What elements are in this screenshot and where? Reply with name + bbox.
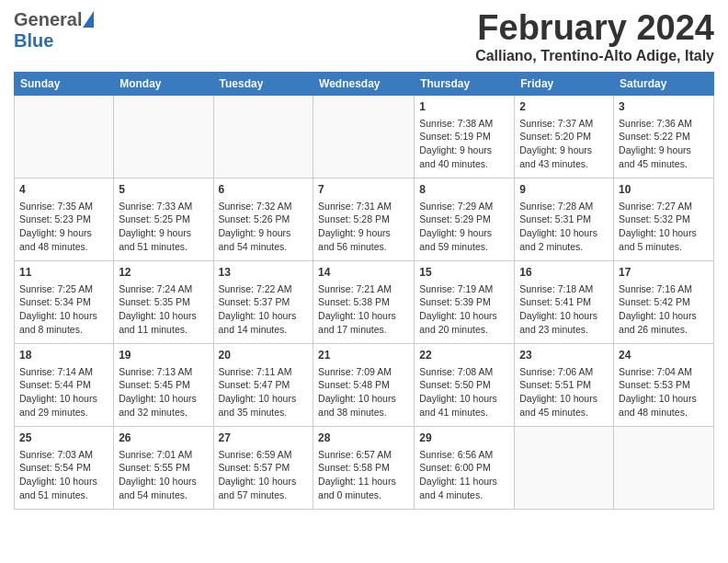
day-number: 17 [619,265,709,281]
day-content: Sunrise: 7:14 AM Sunset: 5:44 PM Dayligh… [19,365,108,419]
title-area: February 2024 Calliano, Trentino-Alto Ad… [475,9,714,64]
calendar-cell: 24Sunrise: 7:04 AM Sunset: 5:53 PM Dayli… [614,343,714,426]
day-number: 18 [19,348,108,363]
calendar-cell: 6Sunrise: 7:32 AM Sunset: 5:26 PM Daylig… [213,178,313,260]
day-content: Sunrise: 6:59 AM Sunset: 5:57 PM Dayligh… [219,448,309,502]
page-header: General Blue February 2024 Calliano, Tre… [14,9,714,64]
calendar-cell: 12Sunrise: 7:24 AM Sunset: 5:35 PM Dayli… [114,260,213,343]
day-content: Sunrise: 7:24 AM Sunset: 5:35 PM Dayligh… [119,282,208,337]
day-number: 22 [419,348,509,363]
day-number: 6 [219,182,309,198]
weekday-header-monday: Monday [114,72,213,95]
calendar-cell [515,426,614,509]
calendar-cell [213,95,313,178]
day-content: Sunrise: 7:04 AM Sunset: 5:53 PM Dayligh… [619,365,709,419]
day-number: 5 [119,182,208,198]
calendar-cell: 9Sunrise: 7:28 AM Sunset: 5:31 PM Daylig… [515,178,614,260]
calendar-cell: 25Sunrise: 7:03 AM Sunset: 5:54 PM Dayli… [15,426,114,509]
day-content: Sunrise: 7:09 AM Sunset: 5:48 PM Dayligh… [318,365,409,419]
calendar-cell [313,95,415,178]
calendar-week-5: 25Sunrise: 7:03 AM Sunset: 5:54 PM Dayli… [15,426,714,509]
calendar-cell: 26Sunrise: 7:01 AM Sunset: 5:55 PM Dayli… [114,426,213,509]
day-number: 14 [318,265,409,281]
weekday-header-saturday: Saturday [614,72,714,95]
calendar-cell: 5Sunrise: 7:33 AM Sunset: 5:25 PM Daylig… [114,178,213,260]
day-number: 8 [419,182,509,198]
day-number: 28 [318,431,409,446]
day-number: 3 [619,99,709,115]
day-number: 29 [419,431,509,446]
logo-blue: Blue [14,30,53,52]
calendar-cell: 10Sunrise: 7:27 AM Sunset: 5:32 PM Dayli… [614,178,714,260]
day-number: 21 [318,348,409,363]
day-content: Sunrise: 7:18 AM Sunset: 5:41 PM Dayligh… [519,282,609,337]
day-content: Sunrise: 7:08 AM Sunset: 5:50 PM Dayligh… [419,365,509,419]
day-content: Sunrise: 7:31 AM Sunset: 5:28 PM Dayligh… [318,200,409,254]
calendar-cell [114,95,213,178]
day-number: 19 [119,348,208,363]
day-number: 27 [219,431,309,446]
day-number: 20 [219,348,309,363]
day-content: Sunrise: 6:57 AM Sunset: 5:58 PM Dayligh… [318,448,409,502]
calendar-cell: 18Sunrise: 7:14 AM Sunset: 5:44 PM Dayli… [15,343,114,426]
calendar-cell: 1Sunrise: 7:38 AM Sunset: 5:19 PM Daylig… [415,95,515,178]
calendar-cell: 29Sunrise: 6:56 AM Sunset: 6:00 PM Dayli… [415,426,515,509]
day-number: 13 [219,265,309,281]
day-number: 16 [519,265,609,281]
day-number: 15 [419,265,509,281]
calendar-cell: 2Sunrise: 7:37 AM Sunset: 5:20 PM Daylig… [515,95,614,178]
calendar-table: SundayMondayTuesdayWednesdayThursdayFrid… [14,72,714,510]
weekday-header-thursday: Thursday [415,72,515,95]
day-number: 4 [19,182,108,198]
calendar-cell [614,426,714,509]
calendar-cell: 8Sunrise: 7:29 AM Sunset: 5:29 PM Daylig… [415,178,515,260]
day-content: Sunrise: 7:38 AM Sunset: 5:19 PM Dayligh… [419,117,509,171]
calendar-week-4: 18Sunrise: 7:14 AM Sunset: 5:44 PM Dayli… [15,343,714,426]
day-content: Sunrise: 7:16 AM Sunset: 5:42 PM Dayligh… [619,282,709,337]
day-number: 11 [19,265,108,281]
calendar-cell: 11Sunrise: 7:25 AM Sunset: 5:34 PM Dayli… [15,260,114,343]
calendar-cell: 13Sunrise: 7:22 AM Sunset: 5:37 PM Dayli… [213,260,313,343]
day-content: Sunrise: 6:56 AM Sunset: 6:00 PM Dayligh… [419,448,509,502]
day-content: Sunrise: 7:19 AM Sunset: 5:39 PM Dayligh… [419,282,509,337]
calendar-week-3: 11Sunrise: 7:25 AM Sunset: 5:34 PM Dayli… [15,260,714,343]
day-content: Sunrise: 7:03 AM Sunset: 5:54 PM Dayligh… [19,448,108,502]
calendar-cell: 27Sunrise: 6:59 AM Sunset: 5:57 PM Dayli… [213,426,313,509]
day-content: Sunrise: 7:11 AM Sunset: 5:47 PM Dayligh… [219,365,309,419]
calendar-cell: 17Sunrise: 7:16 AM Sunset: 5:42 PM Dayli… [614,260,714,343]
weekday-header-friday: Friday [515,72,614,95]
day-content: Sunrise: 7:01 AM Sunset: 5:55 PM Dayligh… [119,448,208,502]
calendar-cell: 19Sunrise: 7:13 AM Sunset: 5:45 PM Dayli… [114,343,213,426]
day-content: Sunrise: 7:36 AM Sunset: 5:22 PM Dayligh… [619,117,709,171]
calendar-body: 1Sunrise: 7:38 AM Sunset: 5:19 PM Daylig… [15,95,714,509]
weekday-row: SundayMondayTuesdayWednesdayThursdayFrid… [15,72,714,95]
day-content: Sunrise: 7:21 AM Sunset: 5:38 PM Dayligh… [318,282,409,337]
month-title: February 2024 [475,9,714,48]
day-content: Sunrise: 7:22 AM Sunset: 5:37 PM Dayligh… [219,282,309,337]
calendar-cell: 14Sunrise: 7:21 AM Sunset: 5:38 PM Dayli… [313,260,415,343]
day-content: Sunrise: 7:25 AM Sunset: 5:34 PM Dayligh… [19,282,108,337]
calendar-cell: 16Sunrise: 7:18 AM Sunset: 5:41 PM Dayli… [515,260,614,343]
calendar-cell: 3Sunrise: 7:36 AM Sunset: 5:22 PM Daylig… [614,95,714,178]
day-content: Sunrise: 7:33 AM Sunset: 5:25 PM Dayligh… [119,200,208,254]
day-content: Sunrise: 7:35 AM Sunset: 5:23 PM Dayligh… [19,200,108,254]
day-content: Sunrise: 7:29 AM Sunset: 5:29 PM Dayligh… [419,200,509,254]
day-content: Sunrise: 7:37 AM Sunset: 5:20 PM Dayligh… [519,117,609,171]
calendar-cell: 23Sunrise: 7:06 AM Sunset: 5:51 PM Dayli… [515,343,614,426]
day-number: 9 [519,182,609,198]
day-content: Sunrise: 7:27 AM Sunset: 5:32 PM Dayligh… [619,200,709,254]
day-number: 24 [619,348,709,363]
day-content: Sunrise: 7:28 AM Sunset: 5:31 PM Dayligh… [519,200,609,254]
logo: General Blue [14,9,94,52]
weekday-header-wednesday: Wednesday [313,72,415,95]
day-number: 7 [318,182,409,198]
weekday-header-sunday: Sunday [15,72,114,95]
weekday-header-tuesday: Tuesday [213,72,313,95]
calendar-cell: 7Sunrise: 7:31 AM Sunset: 5:28 PM Daylig… [313,178,415,260]
calendar-cell [15,95,114,178]
calendar-cell: 20Sunrise: 7:11 AM Sunset: 5:47 PM Dayli… [213,343,313,426]
calendar-cell: 4Sunrise: 7:35 AM Sunset: 5:23 PM Daylig… [15,178,114,260]
day-content: Sunrise: 7:32 AM Sunset: 5:26 PM Dayligh… [219,200,309,254]
calendar-week-1: 1Sunrise: 7:38 AM Sunset: 5:19 PM Daylig… [15,95,714,178]
day-content: Sunrise: 7:06 AM Sunset: 5:51 PM Dayligh… [519,365,609,419]
